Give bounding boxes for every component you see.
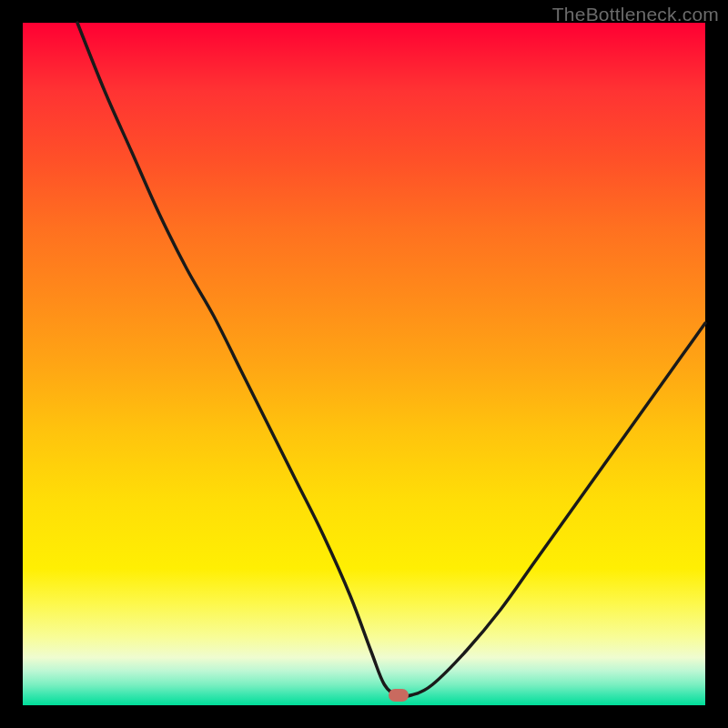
- watermark-text: TheBottleneck.com: [552, 4, 719, 25]
- plot-area: [23, 23, 705, 705]
- chart-frame: TheBottleneck.com: [0, 0, 728, 728]
- optimal-point-marker: [389, 689, 409, 702]
- bottleneck-curve: [23, 23, 705, 705]
